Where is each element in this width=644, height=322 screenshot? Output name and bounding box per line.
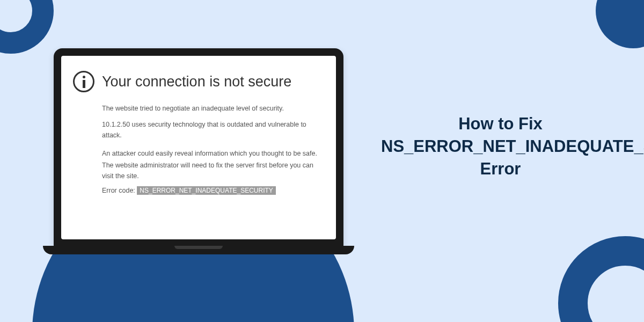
laptop-mockup: Your connection is not secure The websit… <box>54 48 343 254</box>
decorative-ring-bottom-right <box>558 236 644 322</box>
laptop-notch <box>174 246 223 249</box>
error-code-label: Error code: <box>102 187 135 194</box>
decorative-ring-top-left <box>0 0 54 54</box>
error-title: Your connection is not secure <box>102 74 291 90</box>
browser-error-screen: Your connection is not secure The websit… <box>61 56 336 239</box>
laptop-base <box>43 246 354 254</box>
article-headline: How to Fix NS_ERROR_NET_INADEQUATE_SECUR… <box>381 113 620 180</box>
error-line-3: An attacker could easily reveal informat… <box>102 148 324 159</box>
info-icon <box>73 71 94 92</box>
error-header: Your connection is not secure <box>73 71 324 92</box>
error-code-value: NS_ERROR_NET_INADEQUATE_SECURITY <box>137 186 276 195</box>
error-line-4: The website administrator will need to f… <box>102 160 324 181</box>
decorative-circle-top-right <box>596 0 644 48</box>
error-line-2: 10.1.2.50 uses security technology that … <box>102 119 324 141</box>
error-code-line: Error code: NS_ERROR_NET_INADEQUATE_SECU… <box>102 187 324 194</box>
error-line-1: The website tried to negotiate an inadeq… <box>102 103 324 114</box>
error-body: The website tried to negotiate an inadeq… <box>73 103 324 194</box>
laptop-bezel: Your connection is not secure The websit… <box>54 48 343 247</box>
